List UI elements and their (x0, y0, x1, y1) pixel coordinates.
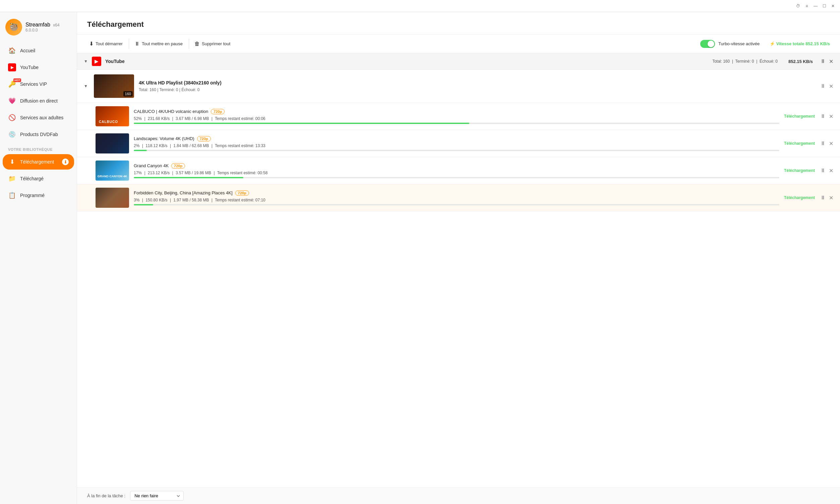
landscapes-speed: 118.12 KB/s (145, 143, 167, 148)
sidebar-item-telechargement-label: Téléchargement (20, 159, 54, 164)
group-total: Total: 160 (712, 59, 730, 64)
calbuco-title: CALBUCO | 4K/UHD volcanic eruption (134, 109, 208, 114)
pause-all-button[interactable]: ⏸ Tout mettre en pause (132, 39, 189, 49)
landscapes-quality-badge: 720p (197, 136, 211, 141)
sidebar-item-diffusion-label: Diffusion en direct (20, 98, 58, 104)
grand-canyon-size: 3.57 MB / 19.86 MB (176, 170, 211, 175)
app-arch-label: x64 (53, 23, 59, 28)
close-button[interactable]: ✕ (830, 3, 836, 9)
speed-display: ⚡ Vitesse totale 852.15 KB/s (770, 41, 830, 46)
grand-canyon-close-button[interactable]: ✕ (829, 167, 833, 174)
adultes-icon: 🚫 (8, 113, 16, 122)
forbidden-city-close-button[interactable]: ✕ (829, 195, 833, 201)
playlist-count-badge: 160 (123, 91, 133, 96)
lightning-icon: ⚡ (770, 41, 775, 46)
forbidden-city-pause-button[interactable]: ⏸ (820, 195, 826, 201)
app-container: 🦥 Streamfab x64 6.0.0.0 🏠 Accueil ▶ YouT… (0, 12, 840, 504)
grand-canyon-time: Temps restant estimé: 00:58 (217, 170, 268, 175)
sidebar-item-youtube-label: YouTube (20, 65, 38, 70)
delete-all-button[interactable]: 🗑 Supprimer tout (192, 39, 236, 49)
sidebar: 🦥 Streamfab x64 6.0.0.0 🏠 Accueil ▶ YouT… (0, 12, 77, 504)
youtube-icon: ▶ (8, 63, 16, 71)
forbidden-city-progress-bar-wrap (134, 204, 779, 205)
forbidden-city-thumbnail (95, 188, 129, 208)
landscapes-percent: 2% (134, 143, 140, 148)
calbuco-info: CALBUCO | 4K/UHD volcanic eruption 720p … (134, 109, 779, 124)
playlist-title: 4K Ultra HD Playlist (3840x2160 only) (139, 80, 816, 86)
sidebar-item-products[interactable]: 💿 Products DVDFab (3, 127, 74, 142)
calbuco-title-row: CALBUCO | 4K/UHD volcanic eruption 720p (134, 109, 779, 114)
calendar-icon: 📋 (8, 191, 16, 199)
calbuco-controls: Téléchargement ⏸ ✕ (784, 113, 833, 120)
forbidden-city-quality-badge: 720p (235, 190, 249, 196)
landscapes-info: Landscapes: Volume 4K (UHD) 720p 2% | 11… (134, 136, 779, 151)
grand-canyon-controls: Téléchargement ⏸ ✕ (784, 167, 833, 174)
start-all-label: Tout démarrer (95, 41, 123, 46)
landscapes-title-row: Landscapes: Volume 4K (UHD) 720p (134, 136, 779, 141)
toolbar: ⬇ Tout démarrer ⏸ Tout mettre en pause 🗑… (77, 35, 840, 53)
sidebar-item-accueil[interactable]: 🏠 Accueil (3, 43, 74, 58)
grand-canyon-speed: 213.12 KB/s (148, 170, 169, 175)
grand-canyon-quality-badge: 720p (171, 163, 185, 168)
sidebar-item-products-label: Products DVDFab (20, 132, 58, 137)
group-expand-icon[interactable]: ▼ (84, 59, 88, 64)
sidebar-item-diffusion[interactable]: 💗 Diffusion en direct (3, 93, 74, 109)
youtube-logo: ▶ (92, 57, 101, 66)
sidebar-item-programme[interactable]: 📋 Programmé (3, 188, 74, 203)
forbidden-city-progress-text: 3% | 150.80 KB/s | 1.97 MB / 58.38 MB | … (134, 198, 779, 202)
forbidden-city-progress-bar (134, 204, 153, 205)
group-close-button[interactable]: ✕ (829, 58, 833, 65)
forbidden-city-size: 1.97 MB / 58.38 MB (173, 198, 209, 202)
library-section-label: VOTRE BIBLIOTHÈQUE (0, 143, 77, 154)
grand-canyon-title: Grand Canyon 4K (134, 163, 168, 168)
grand-canyon-pause-button[interactable]: ⏸ (820, 167, 826, 174)
minimize-button[interactable]: — (812, 3, 819, 9)
sidebar-item-services-adultes[interactable]: 🚫 Services aux adultes (3, 110, 74, 125)
landscapes-pause-button[interactable]: ⏸ (820, 140, 826, 146)
app-logo: 🦥 (5, 19, 22, 36)
playlist-expand-icon[interactable]: ▼ (84, 84, 88, 88)
turbo-area: Turbo-vitesse activée ⚡ Vitesse totale 8… (700, 40, 830, 48)
playlist-pause-button[interactable]: ⏸ (820, 83, 826, 89)
pause-icon: ⏸ (135, 41, 140, 47)
sidebar-item-services-adultes-label: Services aux adultes (20, 115, 64, 120)
forbidden-city-info: Forbidden City, Beijing, China [Amazing … (134, 190, 779, 205)
start-all-button[interactable]: ⬇ Tout démarrer (87, 38, 129, 49)
task-end-select[interactable]: Ne rien faire Fermer l'application Mettr… (130, 491, 184, 501)
calbuco-thumbnail: CALBUCO (95, 106, 129, 126)
sidebar-item-services-vip-label: Services VIP (20, 82, 47, 87)
landscapes-time: Temps restant estimé: 13:33 (215, 143, 266, 148)
page-header: Téléchargement (77, 12, 840, 35)
playlist-close-button[interactable]: ✕ (829, 83, 833, 89)
grand-canyon-thumbnail: GRAND CANYON 4K (95, 161, 129, 181)
sidebar-item-services-vip[interactable]: 🔑 Services VIP HOT (3, 76, 74, 92)
calbuco-progress-bar (134, 123, 469, 124)
grand-canyon-progress-text: 17% | 213.12 KB/s | 3.57 MB / 19.86 MB |… (134, 170, 779, 175)
calbuco-progress-text: 52% | 231.68 KB/s | 3.67 MB / 6.98 MB | … (134, 116, 779, 121)
landscapes-thumbnail (95, 133, 129, 154)
timer-icon: ⏱ (795, 3, 801, 9)
calbuco-speed: 231.68 KB/s (148, 116, 169, 121)
playlist-thumb-wrap: 160 (94, 74, 134, 98)
calbuco-progress-bar-wrap (134, 123, 779, 124)
menu-icon[interactable]: ≡ (804, 3, 810, 9)
sidebar-item-programme-label: Programmé (20, 193, 44, 198)
speed-label: Vitesse totale 852.15 KB/s (776, 41, 830, 46)
forbidden-city-title-row: Forbidden City, Beijing, China [Amazing … (134, 190, 779, 196)
sidebar-item-telechargement[interactable]: ⬇ Téléchargement ⬇ (3, 154, 74, 169)
grand-canyon-title-row: Grand Canyon 4K 720p (134, 163, 779, 168)
maximize-button[interactable]: ☐ (821, 3, 827, 9)
download-item-landscapes: Landscapes: Volume 4K (UHD) 720p 2% | 11… (77, 130, 840, 157)
sidebar-item-accueil-label: Accueil (20, 48, 35, 53)
sidebar-item-telecharge[interactable]: 📁 Téléchargé (3, 171, 74, 186)
group-pause-button[interactable]: ⏸ (820, 58, 826, 65)
calbuco-pause-button[interactable]: ⏸ (820, 113, 826, 119)
home-icon: 🏠 (8, 47, 16, 55)
turbo-toggle[interactable] (700, 40, 715, 48)
calbuco-quality-badge: 720p (211, 109, 225, 114)
sidebar-item-youtube[interactable]: ▶ YouTube (3, 60, 74, 75)
landscapes-close-button[interactable]: ✕ (829, 140, 833, 147)
landscapes-controls: Téléchargement ⏸ ✕ (784, 140, 833, 147)
footer: À la fin de la tâche : Ne rien faire Fer… (77, 487, 840, 504)
calbuco-close-button[interactable]: ✕ (829, 113, 833, 120)
